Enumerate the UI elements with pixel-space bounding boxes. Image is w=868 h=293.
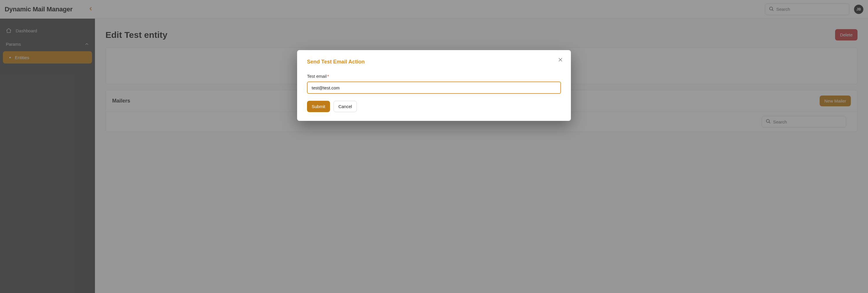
test-email-input[interactable]	[307, 82, 561, 94]
required-indicator: *	[328, 74, 329, 78]
cancel-button[interactable]: Cancel	[334, 101, 357, 112]
test-email-label: Test email*	[307, 74, 561, 78]
submit-button[interactable]: Submit	[307, 101, 330, 112]
test-email-label-text: Test email	[307, 74, 327, 78]
modal-overlay[interactable]: Send Test Email Action Test email* Submi…	[0, 0, 868, 293]
close-icon	[558, 57, 563, 64]
modal-actions: Submit Cancel	[307, 101, 561, 112]
modal-title: Send Test Email Action	[307, 59, 561, 65]
send-test-email-modal: Send Test Email Action Test email* Submi…	[297, 50, 571, 121]
modal-close-button[interactable]	[556, 56, 564, 64]
